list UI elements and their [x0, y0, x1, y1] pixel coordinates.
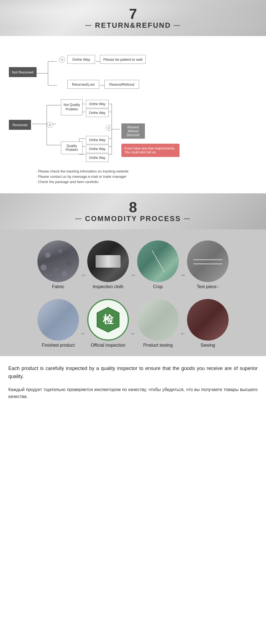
process-item-crop: Crop [137, 240, 179, 289]
process-item-fabric: Fabric [37, 240, 79, 289]
circle-3: ③ [47, 122, 53, 128]
finished-label: Finished product [42, 343, 75, 348]
ontheway-4: Onthe Way [86, 136, 109, 144]
resend-refund-discount-box: Resend Refund Discount [121, 123, 145, 139]
section7-header: 7 — RETURN&REFUND — [0, 0, 266, 36]
notes-area: · Please check the tracking infomation o… [0, 166, 266, 193]
note-1: · Please check the tracking infomation o… [36, 169, 260, 173]
fabric-label: Fabric [52, 284, 64, 289]
arrow-6: ← [179, 330, 187, 337]
inspection-cloth-label: Inspection cloth [93, 284, 123, 289]
crop-image [137, 240, 179, 282]
sewing-image [187, 299, 229, 341]
testpiece-image [187, 240, 229, 282]
quality-problem-box: Quality Problem [61, 141, 83, 154]
arrow-1: → [79, 272, 87, 278]
returned-lost-box: Returned/Lost [67, 80, 99, 89]
svg-text:检: 检 [103, 314, 114, 325]
ontheway-2: Onthe Way [86, 100, 109, 108]
process-item-sewing: Sewing [187, 299, 229, 348]
received-box: Received [9, 120, 31, 130]
ontheway-6: Onthe Way [86, 154, 109, 162]
process-item-prodtest: Product testing [137, 299, 179, 348]
flow-area: Not Received ① ② Onthe Way Please be pat… [0, 36, 266, 166]
ontheway-3: Onthe Way [86, 109, 109, 117]
ontheway-5: Onthe Way [86, 145, 109, 153]
testpiece-label: Test piece ↓ [197, 284, 219, 289]
description-area: Each product is carefully inspected by a… [0, 356, 266, 409]
ontheway-1: Onthe Way [67, 55, 95, 64]
section8-header: 8 — COMMODITY PROCESS — [0, 193, 266, 229]
process-item-finished: Finished product [37, 299, 79, 348]
description-russian: Каждый продукт тщательно проверяется инс… [8, 386, 258, 400]
process-row-1: Fabric → Inspection cloth → Crop → Test … [0, 238, 266, 292]
please-patient-box: Please be patient to wait [100, 55, 146, 64]
arrow-4: ← [79, 330, 87, 337]
prodtest-label: Product testing [143, 343, 173, 348]
official-inspection-icon: 检 [94, 306, 122, 334]
requirements-box: If you have any else requirements, You c… [121, 144, 180, 157]
dash-right: — [174, 22, 181, 29]
not-quality-box: Not Quality Problem [61, 99, 83, 115]
circle-1: ① [59, 57, 65, 63]
official-label: Official inspection [91, 343, 125, 348]
sewing-label: Sewing [201, 343, 215, 348]
note-2: · Please contact us by meesage,e-mail or… [36, 174, 260, 179]
crop-label: Crop [153, 284, 163, 289]
process-item-inspection-cloth: Inspection cloth [87, 240, 129, 289]
note-3: · Check the package and Item carefullu [36, 180, 260, 184]
prodtest-image [137, 299, 179, 341]
section8-title: — COMMODITY PROCESS — [75, 214, 191, 223]
arrow-3: → [179, 272, 187, 278]
not-received-box: Not Received [9, 67, 37, 77]
section7-number: 7 [129, 7, 137, 21]
circle-2-received: ② [106, 125, 112, 131]
commodity-area: Fabric → Inspection cloth → Crop → Test … [0, 229, 266, 356]
official-image: 检 [87, 299, 129, 341]
flow-diagram: Not Received ① ② Onthe Way Please be pat… [6, 44, 260, 161]
fabric-image [37, 240, 79, 282]
process-item-testpiece: Test piece ↓ [187, 240, 229, 289]
inspection-cloth-image [87, 240, 129, 282]
finished-image [37, 299, 79, 341]
arrow-2: → [129, 272, 137, 278]
resend-refund-box: Resend/Refund [104, 80, 139, 89]
process-item-official: 检 Official inspection [87, 299, 129, 348]
section8-number: 8 [129, 200, 137, 214]
dash-left: — [85, 22, 92, 29]
process-row-2: Finished product ← 检 Official inspection… [0, 296, 266, 351]
arrow-5: ← [129, 330, 137, 337]
description-english: Each product is carefully inspected by a… [8, 364, 258, 381]
section7-title: — RETURN&REFUND — [85, 21, 181, 30]
